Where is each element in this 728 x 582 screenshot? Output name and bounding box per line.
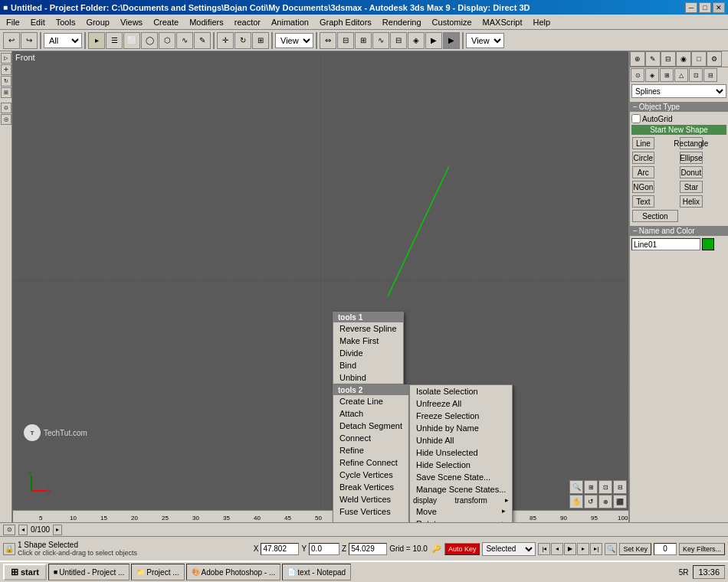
- ctx-reverse-spline[interactable]: Reverse Spline: [333, 322, 403, 335]
- rectangle-btn[interactable]: Rectangle: [680, 137, 703, 149]
- frame-number-input[interactable]: [654, 543, 677, 555]
- x-coord-input[interactable]: [261, 543, 299, 555]
- key-mode-toggle[interactable]: ⊙: [3, 525, 15, 535]
- render-scene-button[interactable]: ▶: [425, 32, 442, 49]
- zoom-ext-sel-button[interactable]: ⊟: [613, 480, 627, 494]
- ctx-cycle-vertices[interactable]: Cycle Vertices: [333, 469, 408, 481]
- donut-btn[interactable]: Donut: [680, 166, 703, 178]
- auto-key-button[interactable]: Auto Key: [444, 543, 480, 555]
- start-new-shape-btn[interactable]: Start New Shape: [631, 125, 726, 135]
- taskbar-item-project[interactable]: 📁 Project ...: [131, 564, 184, 580]
- taskbar-item-photoshop[interactable]: 🎨 Adobe Photoshop - ...: [186, 564, 281, 580]
- ctx-detach-segment[interactable]: Detach Segment: [333, 420, 408, 432]
- scroll-right-btn[interactable]: ▸: [53, 525, 62, 535]
- arc-rotate-button[interactable]: ↺: [584, 495, 598, 508]
- rect-select-button[interactable]: ⬜: [123, 32, 140, 49]
- lv-btn5[interactable]: ⊙: [1, 103, 11, 113]
- mirror-button[interactable]: ⇔: [320, 32, 336, 49]
- menu-customize[interactable]: Customize: [428, 16, 477, 28]
- select-move-button[interactable]: ✛: [217, 32, 234, 49]
- lv-btn1[interactable]: ▷: [1, 53, 11, 64]
- scroll-left-btn[interactable]: ◂: [18, 525, 28, 535]
- ctx-freeze-selection[interactable]: Freeze Selection: [410, 410, 512, 422]
- arc-rotate-sel-button[interactable]: ⊕: [598, 495, 612, 508]
- prev-frame-button[interactable]: ◂: [551, 543, 563, 555]
- ctx-make-first[interactable]: Make First: [333, 335, 403, 347]
- menu-animation[interactable]: Animation: [267, 16, 313, 28]
- zoom-all-button[interactable]: ⊞: [584, 480, 598, 494]
- play-button[interactable]: ▶: [564, 543, 576, 555]
- menu-modifiers[interactable]: Modifiers: [185, 16, 228, 28]
- menu-edit[interactable]: Edit: [26, 16, 50, 28]
- fence-select-button[interactable]: ⬡: [159, 32, 175, 49]
- ctx-save-scene-state[interactable]: Save Scene State...: [410, 471, 512, 483]
- ctx-divide[interactable]: Divide: [333, 347, 403, 359]
- menu-group[interactable]: Group: [81, 16, 114, 28]
- ctx-weld-vertices[interactable]: Weld Vertices: [333, 493, 408, 505]
- panel-tab-hierarchy[interactable]: ⊟: [661, 51, 676, 67]
- ref-coord-dropdown[interactable]: View: [275, 33, 313, 48]
- lasso-select-button[interactable]: ∿: [176, 32, 193, 49]
- ctx-refine[interactable]: Refine: [333, 444, 408, 456]
- next-frame-button[interactable]: ▸: [577, 543, 589, 555]
- name-color-rollout-header[interactable]: − Name and Color: [630, 226, 728, 236]
- helix-btn[interactable]: Helix: [680, 195, 703, 208]
- select-by-name-button[interactable]: ☰: [106, 32, 123, 49]
- lv-btn6[interactable]: ◎: [1, 114, 11, 125]
- key-filters-button[interactable]: Key Filters...: [679, 543, 725, 555]
- select-object-button[interactable]: ▸: [88, 32, 105, 49]
- panel-icon2[interactable]: ◈: [645, 68, 659, 82]
- color-swatch[interactable]: [702, 238, 714, 250]
- redo-button[interactable]: ↪: [21, 32, 38, 49]
- splines-dropdown[interactable]: Splines: [631, 84, 726, 98]
- autogrid-checkbox[interactable]: [631, 114, 641, 123]
- y-coord-input[interactable]: [309, 543, 339, 555]
- undo-button[interactable]: ↩: [3, 32, 20, 49]
- ctx-fuse-vertices[interactable]: Fuse Vertices: [333, 505, 408, 518]
- menu-maxscript[interactable]: MAXScript: [478, 16, 527, 28]
- ctx-move[interactable]: Move ▸: [410, 505, 512, 518]
- paint-select-button[interactable]: ✎: [194, 32, 211, 49]
- minimize-button[interactable]: ─: [685, 2, 697, 13]
- object-name-input[interactable]: [631, 238, 700, 250]
- viewport-type-dropdown[interactable]: View: [466, 33, 504, 48]
- pan-button[interactable]: ✋: [569, 495, 583, 508]
- ctx-unhide-by-name[interactable]: Unhide by Name: [410, 422, 512, 434]
- ngon-btn[interactable]: NGon: [632, 181, 655, 193]
- ctx-bind[interactable]: Bind: [333, 359, 403, 371]
- circle-btn[interactable]: Circle: [632, 152, 655, 164]
- lv-btn4[interactable]: ⊞: [1, 87, 11, 98]
- ctx-hide-unselected[interactable]: Hide Unselected: [410, 446, 512, 459]
- ctx-break-vertices[interactable]: Break Vertices: [333, 481, 408, 493]
- selection-set-dropdown[interactable]: Selected: [482, 542, 536, 556]
- line-btn[interactable]: Line: [632, 137, 655, 149]
- section-btn[interactable]: Section: [632, 210, 678, 222]
- ctx-attach[interactable]: Attach: [333, 407, 408, 420]
- selection-filter-dropdown[interactable]: All: [44, 33, 82, 48]
- close-button[interactable]: ✕: [713, 2, 725, 13]
- taskbar-item-3dsmax[interactable]: ■ Untitled - Project ...: [48, 564, 130, 580]
- schematic-view-button[interactable]: ⊟: [390, 32, 407, 49]
- menu-tools[interactable]: Tools: [51, 16, 80, 28]
- select-scale-button[interactable]: ⊞: [252, 32, 269, 49]
- z-coord-input[interactable]: [349, 543, 387, 555]
- menu-graph-editors[interactable]: Graph Editors: [315, 16, 376, 28]
- material-editor-button[interactable]: ◈: [408, 32, 425, 49]
- star-btn[interactable]: Star: [680, 181, 703, 193]
- panel-tab-modify[interactable]: ✎: [645, 51, 661, 67]
- taskbar-item-notepad[interactable]: 📄 text - Notepad: [282, 564, 351, 580]
- menu-views[interactable]: Views: [116, 16, 147, 28]
- ctx-rotate[interactable]: Rotate ▸: [410, 518, 512, 522]
- zoom-button[interactable]: 🔍: [569, 480, 583, 494]
- menu-create[interactable]: Create: [149, 16, 183, 28]
- select-rotate-button[interactable]: ↻: [234, 32, 251, 49]
- align-button[interactable]: ⊟: [337, 32, 354, 49]
- maximize-vp-button[interactable]: ⬛: [613, 495, 627, 508]
- panel-icon5[interactable]: ⊡: [689, 68, 703, 82]
- start-button[interactable]: ⊞ start: [3, 564, 47, 580]
- lock-icon[interactable]: 🔒: [3, 543, 15, 555]
- menu-rendering[interactable]: Rendering: [378, 16, 426, 28]
- ctx-hide-selection[interactable]: Hide Selection: [410, 459, 512, 471]
- curve-editor-button[interactable]: ∿: [372, 32, 389, 49]
- panel-tab-motion[interactable]: ◉: [676, 51, 691, 67]
